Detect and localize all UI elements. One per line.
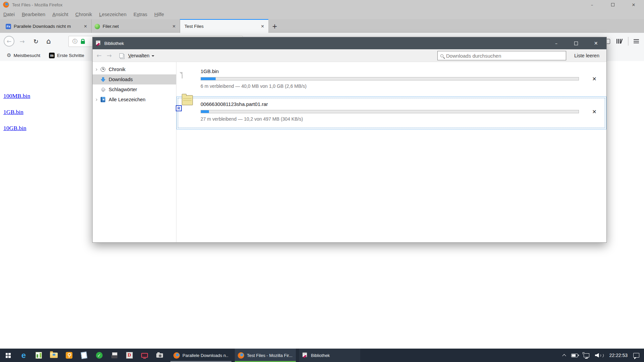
home-button[interactable]: ⌂ [43,33,54,50]
tab-parallele-downloads[interactable]: Fx Parallele Downloads nicht m ✕ [3,19,91,33]
new-tab-button[interactable]: + [268,19,281,33]
hamburger-icon [634,39,639,43]
downloads-search-input[interactable]: Downloads durchsuchen [437,51,566,60]
camera-icon [156,353,163,358]
library-books-icon [616,38,623,44]
download-filename: 0066630081123sha.part01.rar [201,101,606,107]
cancel-download-button[interactable]: ✕ [591,75,598,82]
tab-filer-net[interactable]: Filer.net ✕ [91,19,180,33]
taskbar-explorer-button[interactable] [46,349,61,362]
library-button[interactable] [614,33,625,50]
sidebar-item-chronik[interactable]: Chronik [93,64,176,74]
back-button[interactable]: ← [3,33,15,50]
bookmark-meistbesucht[interactable]: ⚙ Meistbesucht [7,52,40,58]
taskbar-d-tool-button[interactable]: D [122,349,137,362]
organize-pages-icon [119,49,123,62]
taskbar-camera-button[interactable] [152,349,167,362]
gear-icon: ⚙ [7,52,11,58]
library-minimize-button[interactable]: – [546,37,566,49]
menu-bearbeiten[interactable]: Bearbeiten [22,12,45,17]
taskbar-notepad-button[interactable] [76,349,92,362]
generic-file-icon [182,72,182,78]
taskbar-notes-button[interactable] [31,349,46,362]
edge-icon: e [21,351,26,359]
forward-button[interactable]: → [17,33,28,50]
bookmark-erste-schritte[interactable]: m Erste Schritte [49,53,84,58]
maximize-icon [574,42,578,45]
action-center-icon[interactable] [633,353,639,358]
taskbar-edge-button[interactable]: e [16,349,31,362]
taskbar-window-test-files[interactable]: Test Files - Mozilla Fir... [235,349,296,362]
browser-titlebar: Test Files - Mozilla Firefox – ✕ [0,0,644,9]
battery-icon[interactable] [571,354,578,357]
d-letter-icon: D [126,352,133,359]
window-maximize-button[interactable] [602,0,623,9]
library-window-icon [96,40,102,46]
speaker-icon[interactable] [595,353,604,358]
tab-test-files[interactable]: Test Files ✕ [180,19,268,33]
sidebar-item-downloads[interactable]: Downloads [93,74,176,84]
window-close-button[interactable]: ✕ [623,0,644,9]
link-100mb-bin[interactable]: 100MB.bin [3,93,30,100]
menu-lesezeichen[interactable]: Lesezeichen [99,12,126,17]
link-1gb-bin[interactable]: 1GB.bin [3,109,30,116]
system-tray: 22:22:53 [563,353,644,358]
sidebar-item-schlagwoerter[interactable]: Schlagwörter [93,84,176,95]
cancel-download-button[interactable]: ✕ [591,108,598,115]
download-filename: 1GB.bin [201,68,606,74]
downloads-list: 1GB.bin 6 m verbleibend — 40,0 MB von 1,… [176,62,606,242]
library-window: Bibliothek – ✕ ← → Verwalten Downloads d… [92,37,607,243]
clock-icon [101,67,105,72]
reload-button[interactable]: ↻ [30,33,42,50]
m-badge-icon: m [49,53,55,58]
taskbar-antivirus-button[interactable]: ✓ [92,349,107,362]
download-row-1gb[interactable]: 1GB.bin 6 m verbleibend — 40,0 MB von 1,… [176,64,606,97]
library-close-button[interactable]: ✕ [586,37,606,49]
toolbar-divider [628,37,629,46]
download-arrow-icon [100,76,106,82]
red-monitor-icon [141,353,148,358]
download-progressbar [201,110,579,113]
taskbar-window-bibliothek[interactable]: Bibliothek [299,349,360,362]
tray-expand-chevron-icon[interactable] [562,354,566,358]
notepad-icon [81,352,88,359]
back-arrow-icon: ← [4,36,14,47]
folder-icon [50,353,58,358]
menu-ansicht[interactable]: Ansicht [52,12,68,17]
clear-list-button[interactable]: Liste leeren [572,49,602,62]
firefox-icon [238,352,244,359]
network-icon[interactable] [584,353,589,357]
taskbar-keepass-button[interactable] [61,349,76,362]
library-forward-button[interactable]: → [107,49,112,62]
clock[interactable]: 22:22:53 [609,353,628,358]
chevron-right-icon[interactable] [95,98,97,101]
taskbar-reader-button[interactable] [107,349,122,362]
taskbar-window-parallele-downloads[interactable]: Parallele Downloads n... [170,349,231,362]
taskbar-monitor-button[interactable] [137,349,152,362]
menu-button[interactable] [632,33,641,50]
verwalten-dropdown[interactable]: Verwalten [128,49,154,62]
page-info-icon[interactable]: ⓘ [72,38,77,45]
tab-close-icon[interactable]: ✕ [171,23,177,29]
tag-icon [100,87,106,92]
window-minimize-button[interactable]: – [582,0,602,9]
https-lock-icon[interactable] [81,41,85,44]
menu-bar: Datei Bearbeiten Ansicht Chronik Lesezei… [0,9,644,19]
card-reader-icon [111,352,117,358]
start-button[interactable] [0,349,16,362]
maximize-icon [611,3,614,6]
menu-extras[interactable]: Extras [133,12,147,17]
library-maximize-button[interactable] [566,37,586,49]
link-10gb-bin[interactable]: 10GB.bin [3,125,30,132]
download-row-rar[interactable]: R 0066630081123sha.part01.rar 27 m verbl… [176,97,606,129]
tab-close-icon[interactable]: ✕ [260,23,265,29]
menu-hilfe[interactable]: Hilfe [154,12,164,17]
chevron-right-icon[interactable] [95,68,97,70]
library-window-icon [302,352,308,358]
menu-datei[interactable]: Datei [3,12,15,17]
tab-close-icon[interactable]: ✕ [83,23,88,29]
chevron-down-icon [152,55,154,57]
menu-chronik[interactable]: Chronik [75,12,92,17]
library-back-button[interactable]: ← [97,49,102,62]
sidebar-item-alle-lesezeichen[interactable]: ★ Alle Lesezeichen [93,95,176,105]
